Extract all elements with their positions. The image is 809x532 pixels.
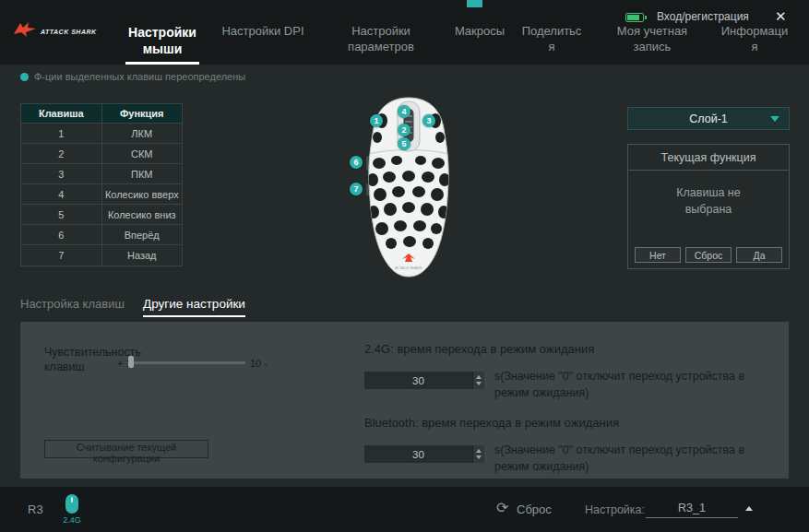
tab-dpi-settings[interactable]: Настройки DPI bbox=[219, 24, 307, 40]
function-cell: Назад bbox=[102, 245, 183, 266]
tab-share[interactable]: Поделиться bbox=[520, 24, 583, 55]
key-cell: 5 bbox=[21, 205, 102, 224]
table-row[interactable]: 7 Назад bbox=[21, 245, 182, 266]
login-link[interactable]: Вход/регистрация bbox=[657, 10, 749, 23]
sensitivity-max-label: 10 - bbox=[250, 357, 268, 370]
function-cell: ПКМ bbox=[102, 164, 183, 183]
refresh-icon[interactable]: ⟳ bbox=[496, 499, 508, 516]
tab-key-settings[interactable]: Настройка клавиш bbox=[20, 297, 125, 311]
function-cell: Колесико вверх bbox=[102, 184, 183, 204]
key-cell: 3 bbox=[21, 164, 102, 183]
function-cell: Колесико вниз bbox=[102, 205, 183, 224]
tab-other-settings[interactable]: Другие настройки bbox=[143, 297, 245, 317]
bluetooth-timeout-spinner bbox=[472, 445, 484, 463]
table-row[interactable]: 2 СКМ bbox=[21, 144, 182, 164]
mouse-button-badge-7[interactable]: 7 bbox=[350, 183, 363, 195]
legend-text: Ф-ции выделенных клавиш переопределены bbox=[34, 71, 245, 82]
tab-mouse-settings[interactable]: Настройки мыши bbox=[116, 24, 208, 65]
layer-dropdown[interactable]: Слой-1 bbox=[627, 107, 790, 130]
current-function-panel: Текущая функция Клавиша не выбрана Нет С… bbox=[627, 144, 790, 269]
key-cell: 6 bbox=[21, 225, 102, 244]
mouse-button-badge-4[interactable]: 4 bbox=[398, 105, 410, 118]
table-row[interactable]: 5 Колесико вниз bbox=[21, 205, 182, 225]
wireless-timeout-spinner bbox=[472, 372, 484, 389]
key-cell: 4 bbox=[21, 184, 102, 204]
key-cell: 1 bbox=[21, 124, 102, 143]
bluetooth-timeout-hint: s(Значение "0" отключит переход устройст… bbox=[494, 442, 782, 475]
mouse-image: ATTACK SHARK 1 4 2 5 3 6 7 bbox=[339, 95, 478, 279]
bluetooth-timeout-field bbox=[364, 445, 484, 463]
notification-indicator bbox=[467, 0, 482, 7]
key-cell: 7 bbox=[21, 245, 102, 266]
yes-button[interactable]: Да bbox=[736, 247, 782, 263]
spinner-down-icon[interactable] bbox=[476, 382, 482, 385]
wireless-timeout-field bbox=[364, 372, 484, 389]
reset-profile-button[interactable]: Сброс bbox=[517, 502, 552, 516]
device-name: R3 bbox=[28, 502, 43, 516]
column-header-key: Клавиша bbox=[21, 104, 102, 123]
mouse-button-badge-1[interactable]: 1 bbox=[370, 114, 383, 127]
tab-account[interactable]: Моя учетная запись bbox=[606, 24, 698, 55]
other-settings-panel: Чувствительность клавиш + 1 10 - Считыва… bbox=[20, 322, 789, 479]
close-icon[interactable]: ✕ bbox=[771, 6, 791, 27]
profile-select[interactable]: R3_1 bbox=[646, 498, 738, 518]
key-cell: 2 bbox=[21, 144, 102, 163]
tab-info[interactable]: Информация bbox=[720, 24, 789, 55]
chevron-down-icon bbox=[770, 116, 779, 122]
no-key-selected-text: Клавиша не выбрана bbox=[628, 185, 789, 218]
bluetooth-timeout-input[interactable] bbox=[364, 446, 472, 464]
table-row[interactable]: 6 Вперёд bbox=[21, 225, 182, 245]
column-header-function: Функция bbox=[102, 104, 183, 123]
mouse-button-badge-5[interactable]: 5 bbox=[398, 137, 410, 150]
legend: Ф-ции выделенных клавиш переопределены bbox=[20, 71, 245, 82]
no-button[interactable]: Нет bbox=[635, 247, 681, 263]
wireless-timeout-input[interactable] bbox=[364, 372, 472, 390]
tab-parameter-settings[interactable]: Настройки параметров bbox=[329, 24, 433, 55]
status-bar: R3 2.4G ⟳ Сброс Настройка: R3_1 bbox=[0, 487, 809, 532]
mouse-button-badge-6[interactable]: 6 bbox=[350, 156, 363, 169]
battery-icon bbox=[625, 13, 644, 22]
spinner-down-icon[interactable] bbox=[476, 455, 482, 459]
top-bar: ATTACK SHARK Настройки мыши Настройки DP… bbox=[0, 0, 809, 65]
profile-label: Настройка: bbox=[585, 503, 645, 516]
mouse-brand-text: ATTACK SHARK bbox=[395, 266, 422, 270]
layer-dropdown-value: Слой-1 bbox=[689, 112, 728, 125]
mouse-button-badge-2[interactable]: 2 bbox=[398, 124, 410, 136]
chevron-up-icon[interactable] bbox=[745, 506, 753, 511]
brand-name: ATTACK SHARK bbox=[41, 29, 97, 35]
function-cell: ЛКМ bbox=[102, 124, 183, 143]
function-cell: Вперёд bbox=[102, 225, 183, 244]
spinner-up-icon[interactable] bbox=[476, 375, 482, 379]
sensitivity-slider-handle[interactable] bbox=[128, 356, 134, 368]
shark-icon bbox=[13, 20, 37, 42]
function-cell: СКМ bbox=[102, 144, 183, 163]
key-function-table: Клавиша Функция 1 ЛКМ 2 СКМ 3 ПКМ 4 Коле… bbox=[20, 103, 183, 266]
table-header-row: Клавиша Функция bbox=[21, 104, 182, 124]
mouse-button-badge-3[interactable]: 3 bbox=[422, 114, 435, 127]
read-config-button[interactable]: Считывание текущей конфигурации bbox=[44, 440, 208, 458]
app-window: ATTACK SHARK Настройки мыши Настройки DP… bbox=[0, 0, 809, 532]
current-function-actions: Нет Сброс Да bbox=[628, 247, 789, 263]
tab-macros[interactable]: Макросы bbox=[453, 24, 506, 40]
reset-button[interactable]: Сброс bbox=[685, 247, 732, 263]
wireless-timeout-hint: s(Значение "0" отключит переход устройст… bbox=[494, 368, 782, 401]
legend-dot-icon bbox=[20, 73, 29, 81]
sensitivity-slider-track[interactable] bbox=[131, 361, 245, 364]
brand-logo: ATTACK SHARK bbox=[13, 20, 97, 42]
table-row[interactable]: 4 Колесико вверх bbox=[21, 184, 182, 205]
table-row[interactable]: 1 ЛКМ bbox=[21, 124, 182, 144]
spinner-up-icon[interactable] bbox=[476, 449, 482, 453]
connection-type: 2.4G bbox=[57, 515, 87, 525]
current-function-title: Текущая функция bbox=[628, 145, 789, 171]
table-row[interactable]: 3 ПКМ bbox=[21, 164, 182, 184]
bluetooth-timeout-label: Bluetooth: время перехода в режим ожидан… bbox=[364, 416, 619, 432]
wireless-timeout-label: 2.4G: время перехода в режим ожидания bbox=[364, 342, 594, 358]
mouse-status-icon bbox=[65, 493, 79, 518]
